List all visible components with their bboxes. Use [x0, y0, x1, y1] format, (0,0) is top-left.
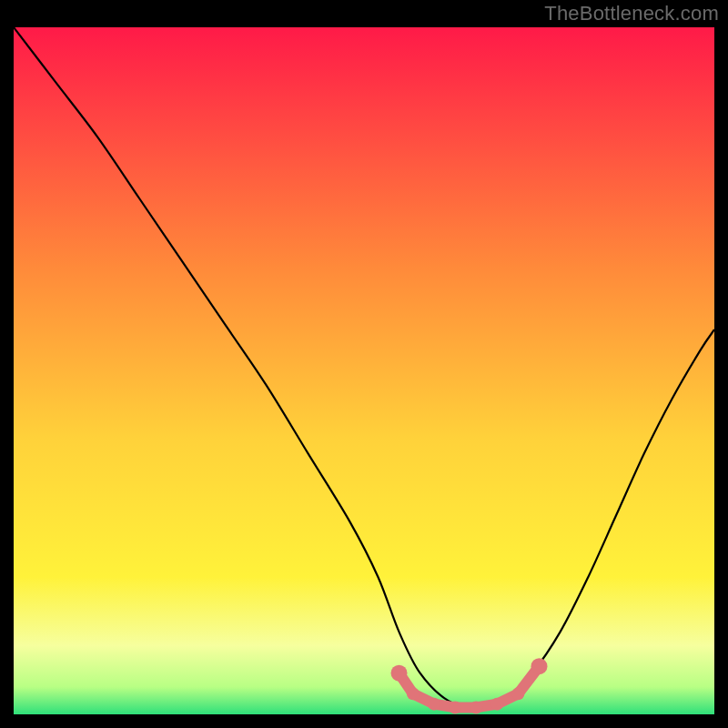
chart-frame: TheBottleneck.com	[0, 0, 728, 728]
plot-area	[14, 27, 714, 714]
gradient-background	[14, 27, 714, 714]
svg-rect-0	[14, 27, 714, 714]
watermark-text: TheBottleneck.com	[544, 2, 719, 25]
